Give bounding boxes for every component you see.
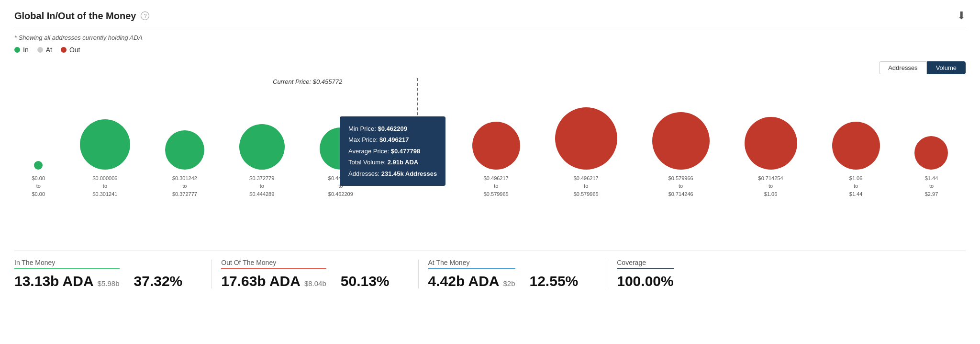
divider-1 [211, 260, 212, 288]
legend-label-out: Out [69, 46, 80, 54]
bubble-col-2: $0.000006to$0.301241 [80, 92, 130, 198]
price-label-11: $1.06to$1.44 [849, 174, 863, 198]
tooltip-min-price-value: $0.462209 [378, 125, 407, 132]
stat-block-in: In The Money 13.13b ADA $5.98b [14, 259, 134, 289]
bubble-1 [34, 161, 43, 170]
stats-row: In The Money 13.13b ADA $5.98b . 37.32% … [14, 251, 966, 289]
volume-toggle-btn[interactable]: Volume [927, 61, 966, 74]
price-label-12: $1.44to$2.97 [925, 174, 938, 198]
in-the-money-ada: 13.13b ADA [14, 273, 94, 289]
legend-label-in: In [23, 46, 29, 54]
tooltip-max-price-value: $0.496217 [379, 136, 409, 143]
bubble-9 [652, 112, 710, 170]
legend-dot-in [14, 47, 20, 53]
in-the-money-label: In The Money [14, 259, 120, 269]
bubble-10 [745, 117, 797, 170]
subtitle: * Showing all addresses currently holdin… [14, 34, 966, 41]
bubble-2 [80, 119, 130, 170]
price-label-3: $0.301242to$0.372777 [172, 174, 197, 198]
price-label-2: $0.000006to$0.301241 [92, 174, 117, 198]
bubble-col-4: $0.372779to$0.444289 [239, 92, 285, 198]
bubble-col-9: $0.579966to$0.714246 [652, 92, 710, 198]
at-the-money-ada: 4.42b ADA [428, 273, 500, 289]
price-label-1: $0.00to$0.00 [32, 174, 45, 198]
price-label-4: $0.372779to$0.444289 [249, 174, 274, 198]
page-title: Global In/Out of the Money [14, 11, 136, 22]
in-the-money-value: 13.13b ADA $5.98b [14, 273, 120, 289]
tooltip-avg-price-value: $0.477798 [391, 148, 420, 155]
tooltip-max-price-label: Max Price: [348, 136, 378, 143]
stat-block-coverage: Coverage 100.00% [617, 259, 688, 289]
tooltip-total-vol-value: 2.91b ADA [388, 159, 419, 166]
bubble-col-3: $0.301242to$0.372777 [165, 92, 204, 198]
coverage-value: 100.00% [617, 273, 673, 289]
stat-block-at: At The Money 4.42b ADA $2b [428, 259, 530, 289]
current-price-label: Current Price: $0.455772 [273, 78, 342, 85]
price-label-9: $0.579966to$0.714246 [668, 174, 693, 198]
tooltip-avg-price-label: Average Price: [348, 148, 389, 155]
in-the-money-usd: $5.98b [98, 279, 120, 287]
tooltip: Min Price: $0.462209 Max Price: $0.49621… [340, 116, 445, 186]
legend-dot-out [61, 47, 67, 53]
at-the-money-label: At The Money [428, 259, 515, 269]
price-label-10: $0.714254to$1.06 [758, 174, 783, 198]
chart-area: Current Price: $0.455772 $0.00to$0.00 $0… [14, 78, 966, 241]
at-percentage: 12.55% [530, 273, 579, 289]
price-label-7: $0.496217to$0.579965 [484, 174, 509, 198]
legend-label-at: At [46, 46, 52, 54]
divider-2 [418, 260, 419, 288]
tooltip-min-price-label: Min Price: [348, 125, 376, 132]
legend-item-out: Out [61, 46, 80, 54]
bubble-8 [555, 107, 617, 170]
bubble-col-11: $1.06to$1.44 [832, 92, 880, 198]
bubble-12 [914, 136, 948, 170]
at-the-money-usd: $2b [503, 279, 515, 287]
tooltip-total-vol-label: Total Volume: [348, 159, 386, 166]
out-the-money-usd: $8.04b [304, 279, 326, 287]
bubble-7 [472, 122, 520, 170]
stat-block-in-pct: . 37.32% [134, 259, 202, 289]
download-icon[interactable]: ⬇ [957, 10, 966, 22]
bubble-col-12: $1.44to$2.97 [914, 92, 948, 198]
out-the-money-ada: 17.63b ADA [221, 273, 301, 289]
stat-block-out-pct: . 50.13% [341, 259, 409, 289]
out-the-money-value: 17.63b ADA $8.04b [221, 273, 326, 289]
help-icon[interactable]: ? [141, 11, 149, 20]
tooltip-addresses-value: 231.45k Addresses [381, 170, 437, 177]
at-the-money-value: 4.42b ADA $2b [428, 273, 515, 289]
bubbles-row: $0.00to$0.00 $0.000006to$0.301241 $0.301… [14, 92, 966, 198]
stat-block-out: Out Of The Money 17.63b ADA $8.04b [221, 259, 341, 289]
bubble-3 [165, 130, 204, 170]
bubble-col-10: $0.714254to$1.06 [745, 92, 797, 198]
coverage-label: Coverage [617, 259, 673, 269]
bubble-col-7: $0.496217to$0.579965 [472, 92, 520, 198]
legend-dot-at [37, 47, 43, 53]
out-percentage: 50.13% [341, 273, 390, 289]
out-the-money-label: Out Of The Money [221, 259, 326, 269]
legend-item-at: At [37, 46, 52, 54]
bubble-11 [832, 122, 880, 170]
toggle-buttons: Addresses Volume [14, 61, 966, 74]
stat-block-at-pct: . 12.55% [530, 259, 598, 289]
bubble-col-8: $0.496217to$0.579965 [555, 92, 617, 198]
bubble-col-1: $0.00to$0.00 [32, 92, 45, 198]
legend-item-in: In [14, 46, 29, 54]
price-label-8: $0.496217to$0.579965 [574, 174, 599, 198]
legend: In At Out [14, 46, 966, 54]
tooltip-addresses-label: Addresses: [348, 170, 379, 177]
bubble-4 [239, 124, 285, 170]
in-percentage: 37.32% [134, 273, 183, 289]
addresses-toggle-btn[interactable]: Addresses [879, 61, 926, 74]
divider-3 [607, 260, 607, 288]
